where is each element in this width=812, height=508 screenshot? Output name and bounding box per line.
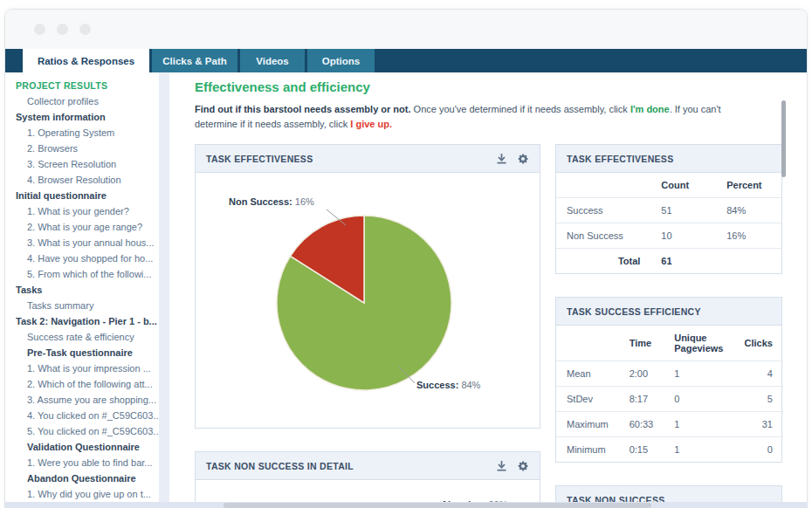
sidebar-item-shopped-for[interactable]: 4. Have you shopped for ho... [16,251,159,266]
table-row: Mean 2:00 1 4 [556,361,783,387]
horizontal-scrollbar-track [5,502,807,508]
gear-icon[interactable] [517,153,529,165]
panel-title: TASK NON SUCCESS IN DETAIL [206,461,354,471]
pie-leader-lines [196,173,541,428]
row-count: 51 [650,198,716,223]
table-row: StDev 8:17 0 5 [556,387,783,412]
row-percent: 16% [716,223,781,249]
window-titlebar [5,10,807,49]
sidebar-item-annual-household[interactable]: 3. What is your annual hous... [16,235,159,251]
panel-task-success-efficiency: TASK SUCCESS EFFICIENCY Time Unique Page… [555,297,782,463]
main-content: Effectiveness and efficiency Find out if… [169,72,807,502]
i-give-up-text: I give up. [350,119,392,129]
pie-label-success-name: Success: [416,380,458,390]
table-row: Minimum 0:15 1 0 [556,437,783,463]
panel-task-effectiveness-chart: TASK EFFECTIVENESS [195,144,540,429]
sidebar-section-initial-questionnaire: Initial questionnaire [16,188,159,203]
sidebar-item-clicked-1[interactable]: 4. You clicked on #_C59C603... [16,408,159,423]
sidebar-item-from-which[interactable]: 5. From which of the followi... [16,266,159,282]
panel-title: TASK EFFECTIVENESS [206,154,313,164]
row-pageviews: 1 [664,412,733,437]
percent-header: Percent [716,173,781,198]
row-percent: 84% [716,198,781,223]
row-pageviews: 1 [664,437,733,463]
time-header: Time [619,326,664,361]
im-done-text: I'm done [630,104,670,114]
total-label: Total [556,249,650,274]
task-description: Find out if this barstool needs assembly… [195,102,760,132]
table-row: Success 51 84% [556,198,781,223]
sidebar-item-browser-resolution[interactable]: 4. Browser Resolution [16,172,159,188]
sidebar-section-tasks: Tasks [16,282,159,298]
empty-header [556,173,650,198]
download-icon[interactable] [496,460,507,471]
row-pageviews: 0 [664,387,733,412]
tab-bar: Ratios & Responses Clicks & Path Videos … [5,49,807,72]
sidebar-scrollbar[interactable] [159,72,169,502]
vertical-scrollbar-thumb[interactable] [781,100,786,177]
sidebar-item-clicked-2[interactable]: 5. You clicked on #_C59C603... [16,423,159,439]
row-label: StDev [556,387,619,412]
sidebar: PROJECT RESULTS Collector profiles Syste… [5,72,159,502]
row-label: Maximum [556,412,619,437]
sidebar-item-assume-shopping[interactable]: 3. Assume you are shopping... [16,392,159,408]
tab-videos[interactable]: Videos [240,49,305,72]
row-count: 10 [650,223,716,249]
sidebar-item-gender[interactable]: 1. What is your gender? [16,203,159,219]
sidebar-section-task2-navigation: Task 2: Navigation - Pier 1 - b... [16,313,159,329]
row-time: 60:33 [619,412,664,437]
table-row: Maximum 60:33 1 31 [556,412,783,437]
row-time: 2:00 [619,361,664,387]
tab-clicks-path[interactable]: Clicks & Path [152,49,237,72]
sidebar-item-screen-resolution[interactable]: 3. Screen Resolution [16,156,159,172]
sidebar-item-browsers[interactable]: 2. Browsers [16,141,159,156]
horizontal-scrollbar-thumb[interactable] [224,503,651,508]
total-value: 61 [650,249,716,274]
row-clicks: 31 [733,412,782,437]
sidebar-item-collector-profiles[interactable]: Collector profiles [16,93,159,109]
sidebar-item-age-range[interactable]: 2. What is your age range? [16,219,159,235]
sidebar-item-operating-system[interactable]: 1. Operating System [16,125,159,141]
page-title: Effectiveness and efficiency [195,79,807,94]
table-row: Non Success 10 16% [556,223,781,249]
gear-icon[interactable] [517,460,529,472]
panel-task-nonsuccess-table: TASK NON SUCCESS Count Percent [555,485,782,502]
sidebar-heading: PROJECT RESULTS [16,78,159,93]
sidebar-item-tasks-summary[interactable]: Tasks summary [16,298,159,313]
tabbar-spacer [5,49,23,72]
sidebar-item-which-following[interactable]: 2. Which of the following att... [16,376,159,392]
sidebar-item-impression[interactable]: 1. What is your impression ... [16,360,159,376]
tab-ratios-responses[interactable]: Ratios & Responses [23,49,149,72]
download-icon[interactable] [496,153,507,164]
pageviews-header: Unique Pageviews [664,326,733,361]
pie-label-success-value: 84% [461,380,480,390]
row-clicks: 4 [733,361,782,387]
row-clicks: 0 [733,437,782,463]
pie-label-success: Success: 84% [416,380,480,390]
window-dot[interactable] [79,24,91,35]
count-header: Count [650,173,716,198]
row-label: Non Success [556,223,650,249]
row-label: Minimum [556,437,619,463]
pie-label-nonsuccess: Non Success: 16% [229,196,314,207]
task-effectiveness-pie-chart: Non Success: 16% Success: 84% [196,173,540,428]
sidebar-item-success-rate-efficiency[interactable]: Success rate & efficiency [16,329,159,345]
panel-task-nonsuccess-chart: TASK NON SUCCESS IN DETAIL [195,451,540,502]
row-clicks: 5 [733,387,782,412]
panel-task-effectiveness-table: TASK EFFECTIVENESS Count Percent Success [555,144,782,274]
window-dot[interactable] [34,24,45,35]
sidebar-item-able-to-find[interactable]: 1. Were you able to find bar... [16,455,159,470]
pie-label-nonsuccess-name: Non Success: [229,196,292,207]
sidebar-section-validation-questionnaire: Validation Questionnaire [16,439,159,455]
table-header-row: Count Percent [556,173,781,198]
window-dot[interactable] [57,24,68,35]
sidebar-section-abandon-questionnaire: Abandon Questionnaire [16,470,159,486]
app-window: Ratios & Responses Clicks & Path Videos … [4,9,808,508]
task-nonsuccess-pie-chart: Abandon: 20% [196,480,540,502]
panel-title: TASK SUCCESS EFFICIENCY [567,306,701,317]
sidebar-item-why-give-up[interactable]: 1. Why did you give up on t... [16,486,159,502]
tab-options[interactable]: Options [307,49,375,72]
table-total-row: Total 61 [556,249,781,274]
row-time: 8:17 [619,387,664,412]
row-label: Success [556,198,650,223]
